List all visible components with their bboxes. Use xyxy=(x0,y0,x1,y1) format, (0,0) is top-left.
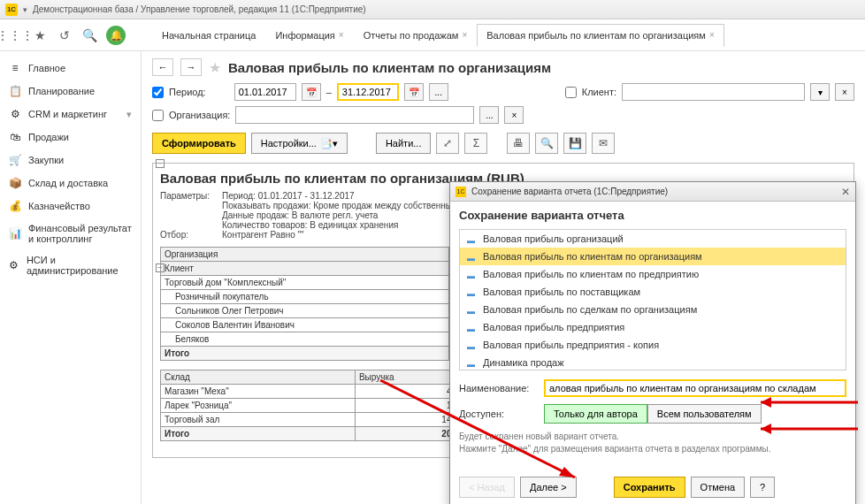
sidebar-item-purchases[interactable]: 🛒Закупки xyxy=(0,149,141,172)
org-label: Организация: xyxy=(169,110,230,120)
tab-home[interactable]: Начальная страница xyxy=(152,24,265,47)
help-button[interactable]: ? xyxy=(750,477,775,498)
report-icon xyxy=(467,358,478,367)
close-icon[interactable]: ✕ xyxy=(841,186,850,198)
window-titlebar: 1C ▾ Демонстрационная база / Управление … xyxy=(0,0,865,19)
sidebar-item-treasury[interactable]: 💰Казначейство xyxy=(0,195,141,218)
page-title: Валовая прибыль по клиентам по организац… xyxy=(228,60,551,75)
bag-icon: 🛍 xyxy=(9,131,21,143)
cancel-button[interactable]: Отмена xyxy=(691,477,745,498)
gear-icon: ⚙ xyxy=(9,259,19,271)
period-checkbox[interactable] xyxy=(152,87,164,98)
search-icon[interactable]: 🔍 xyxy=(81,27,97,43)
close-icon[interactable]: × xyxy=(339,30,344,40)
email-icon[interactable]: ✉ xyxy=(592,133,615,154)
close-icon[interactable]: × xyxy=(709,30,715,40)
date-to-input[interactable] xyxy=(337,83,399,101)
tree-outline: − − xyxy=(156,159,165,272)
dialog-title: Сохранение варианта отчета (1С:Предприят… xyxy=(471,187,668,196)
period-select-button[interactable]: ... xyxy=(429,83,448,101)
star-icon[interactable]: ★ xyxy=(32,27,48,43)
dialog-heading: Сохранение варианта отчета xyxy=(459,209,846,222)
sidebar-item-main[interactable]: ≡Главное xyxy=(0,57,141,80)
sidebar-item-admin[interactable]: ⚙НСИ и администрирование xyxy=(0,249,141,281)
client-label: Клиент: xyxy=(582,87,616,97)
sum-icon[interactable]: Σ xyxy=(464,133,487,154)
history-icon[interactable]: ↺ xyxy=(57,27,73,43)
print-icon[interactable]: 🖶 xyxy=(507,133,530,154)
app-logo: 1C xyxy=(5,4,18,16)
report-icon xyxy=(467,340,478,349)
collapse-icon[interactable]: − xyxy=(156,159,165,168)
list-item[interactable]: Валовая прибыль предприятия - копия xyxy=(460,336,846,354)
tab-gross-profit[interactable]: Валовая прибыль по клиентам по организац… xyxy=(477,24,724,47)
calendar-icon[interactable]: 📅 xyxy=(404,83,424,101)
expand-icon[interactable]: ⤢ xyxy=(436,133,459,154)
tab-sales-reports[interactable]: Отчеты по продажам× xyxy=(354,24,478,47)
org-input[interactable] xyxy=(235,106,474,124)
settings-button[interactable]: Настройки... 📑▾ xyxy=(251,133,348,154)
save-icon[interactable]: 💾 xyxy=(563,133,586,154)
box-icon: 📦 xyxy=(9,177,21,189)
dialog-titlebar: 1C Сохранение варианта отчета (1С:Предпр… xyxy=(450,182,855,202)
list-item[interactable]: Валовая прибыль организаций xyxy=(460,230,846,248)
calendar-icon[interactable]: 📅 xyxy=(302,83,321,101)
report-icon xyxy=(467,323,478,332)
variants-list[interactable]: Валовая прибыль организаций Валовая приб… xyxy=(459,229,846,370)
dropdown-icon[interactable]: ▾ xyxy=(23,5,27,14)
all-users-button[interactable]: Всем пользователям xyxy=(647,404,762,424)
list-item[interactable]: Валовая прибыль предприятия xyxy=(460,318,846,336)
list-item[interactable]: Валовая прибыль по клиентам по организац… xyxy=(460,248,846,265)
apps-icon[interactable]: ⋮⋮⋮ xyxy=(7,27,23,43)
sidebar: ≡Главное 📋Планирование ⚙CRM и маркетинг▾… xyxy=(0,51,142,504)
variant-name-input[interactable] xyxy=(544,379,846,397)
sidebar-item-finance[interactable]: 📊Финансовый результат и контроллинг xyxy=(0,218,141,249)
name-label: Наименование: xyxy=(459,383,539,393)
favorite-icon[interactable]: ★ xyxy=(209,59,221,76)
sidebar-item-sales[interactable]: 🛍Продажи xyxy=(0,126,141,149)
gear-icon: ⚙ xyxy=(9,108,21,120)
org-clear-button[interactable]: × xyxy=(504,106,524,124)
close-icon[interactable]: × xyxy=(462,30,467,40)
access-label: Доступен: xyxy=(459,409,539,419)
cart-icon: 🛒 xyxy=(9,154,21,166)
chart-icon: 📊 xyxy=(9,227,21,240)
bell-icon[interactable]: 🔔 xyxy=(106,26,126,45)
sidebar-item-warehouse[interactable]: 📦Склад и доставка xyxy=(0,172,141,195)
list-item[interactable]: Валовая прибыль по клиентам по предприят… xyxy=(460,265,846,283)
save-button[interactable]: Сохранить xyxy=(614,477,685,498)
report-icon xyxy=(467,305,478,314)
tab-bar: Начальная страница Информация× Отчеты по… xyxy=(152,24,724,47)
list-item[interactable]: Валовая прибыль по поставщикам xyxy=(460,283,846,301)
back-button[interactable]: ← xyxy=(152,58,173,76)
save-variant-dialog: 1C Сохранение варианта отчета (1С:Предпр… xyxy=(449,181,856,504)
list-item[interactable]: Валовая прибыль по сделкам по организаци… xyxy=(460,301,846,318)
org-checkbox[interactable] xyxy=(152,110,164,121)
money-icon: 💰 xyxy=(9,200,21,212)
find-button[interactable]: Найти... xyxy=(376,133,432,154)
sidebar-item-crm[interactable]: ⚙CRM и маркетинг▾ xyxy=(0,103,141,126)
client-input[interactable] xyxy=(622,83,805,101)
collapse-icon[interactable]: − xyxy=(156,263,165,272)
next-button[interactable]: Далее > xyxy=(520,477,577,498)
clipboard-icon: 📋 xyxy=(9,85,21,97)
tab-info[interactable]: Информация× xyxy=(265,24,353,47)
run-button[interactable]: Сформировать xyxy=(152,133,246,154)
client-clear-button[interactable]: × xyxy=(835,83,854,101)
main-toolbar: ⋮⋮⋮ ★ ↺ 🔍 🔔 Начальная страница Информаци… xyxy=(0,19,865,51)
menu-icon: ≡ xyxy=(9,62,21,74)
author-only-button[interactable]: Только для автора xyxy=(544,404,647,424)
client-select-button[interactable]: ▾ xyxy=(810,83,830,101)
list-item[interactable]: Динамика продаж xyxy=(460,354,846,370)
sidebar-item-planning[interactable]: 📋Планирование xyxy=(0,80,141,103)
org-select-button[interactable]: ... xyxy=(479,106,499,124)
window-title: Демонстрационная база / Управление торго… xyxy=(33,4,366,14)
report-icon xyxy=(467,287,478,296)
date-from-input[interactable] xyxy=(234,83,296,101)
preview-icon[interactable]: 🔍 xyxy=(535,133,558,154)
forward-button[interactable]: → xyxy=(180,58,202,76)
period-label: Период: xyxy=(169,87,206,97)
client-checkbox[interactable] xyxy=(565,87,577,98)
app-logo: 1C xyxy=(455,187,466,197)
report-icon xyxy=(467,234,478,243)
